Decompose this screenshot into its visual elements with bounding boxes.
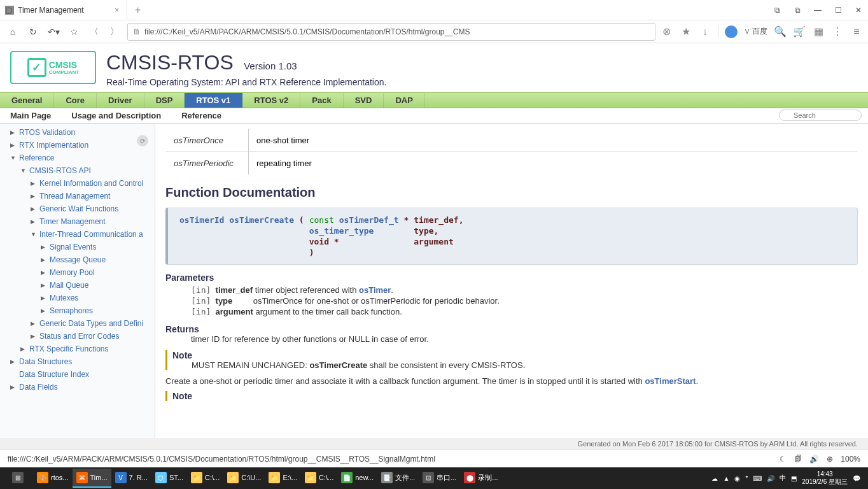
tab-dsp[interactable]: DSP — [144, 93, 185, 108]
tray-bt-icon[interactable]: * — [745, 475, 748, 482]
sidebar-data-structures[interactable]: ▶Data Structures — [0, 355, 155, 368]
tray-misc-icon[interactable]: ⬒ — [791, 475, 797, 482]
translate-icon[interactable]: ⊗ — [661, 25, 673, 38]
minimize-icon[interactable]: — — [808, 6, 827, 15]
sidebar-ds-index[interactable]: Data Structure Index — [0, 368, 155, 381]
search-input[interactable] — [779, 110, 862, 121]
sidebar-status-codes[interactable]: ▶Status and Error Codes — [0, 330, 155, 343]
sidebar-rtos-validation[interactable]: ▶RTOS Validation — [0, 126, 155, 139]
download-status-icon[interactable]: ⊕ — [827, 455, 833, 464]
task-new[interactable]: 📄new... — [337, 469, 377, 488]
page-header: ✓ CMSIS COMPLIANT CMSIS-RTOS Version 1.0… — [0, 43, 868, 92]
task-st[interactable]: ⬡ST... — [151, 469, 187, 488]
sidebar-kernel[interactable]: ▶Kernel Information and Control — [0, 177, 155, 190]
task-cu[interactable]: 📁C:\U... — [223, 469, 265, 488]
sidebar-rtx-functions[interactable]: ▶RTX Specific Functions — [0, 343, 155, 355]
win-restore-icon[interactable]: ⧉ — [788, 6, 807, 15]
tab-pack[interactable]: Pack — [300, 93, 343, 108]
task-c2[interactable]: 📁C:\... — [301, 469, 337, 488]
bookmark-icon[interactable]: ★ — [680, 25, 692, 38]
more-icon[interactable]: ⋮ — [831, 25, 844, 38]
win-group-icon[interactable]: ⧉ — [767, 6, 787, 15]
sync-icon[interactable]: ⟳ — [137, 135, 148, 146]
ostimerstart-link[interactable]: osTimerStart — [645, 376, 696, 386]
close-icon[interactable]: ✕ — [849, 6, 868, 15]
tab-rtos-v1[interactable]: RTOS v1 — [185, 93, 242, 108]
moon-icon[interactable]: ☾ — [780, 455, 787, 464]
tray-kb-icon[interactable]: ⌨ — [753, 475, 762, 482]
tray-cloud-icon[interactable]: ☁ — [711, 475, 718, 482]
tray-net-icon[interactable]: ◉ — [734, 475, 740, 482]
description-text: Create a one-shot or periodic timer and … — [165, 376, 858, 386]
task-timer[interactable]: ⌘Tim... — [73, 469, 111, 488]
menu-icon[interactable]: ≡ — [850, 25, 863, 38]
tab-dap[interactable]: DAP — [384, 93, 424, 108]
tab-core[interactable]: Core — [54, 93, 97, 108]
sidebar-thread[interactable]: ▶Thread Management — [0, 190, 155, 202]
tab-driver[interactable]: Driver — [97, 93, 144, 108]
task-7r[interactable]: V7. R... — [111, 469, 151, 488]
browser-tab-strip: ▢ Timer Management × + ⧉ ⧉ — ☐ ✕ — [0, 0, 868, 20]
sidebar-data-fields[interactable]: ▶Data Fields — [0, 381, 155, 393]
search-engine-label[interactable]: ∨ 百度 — [744, 26, 767, 37]
sidebar-generic-data[interactable]: ▶Generic Data Types and Defini — [0, 317, 155, 330]
tray-clock[interactable]: 14:43 2019/2/6 星期三 — [802, 471, 848, 486]
task-rtos[interactable]: 🎨rtos... — [33, 469, 73, 488]
tagline: Real-Time Operating System: API and RTX … — [106, 77, 386, 87]
notes-icon[interactable]: 🗐 — [794, 455, 802, 464]
sidebar-wait[interactable]: ▶Generic Wait Functions — [0, 202, 155, 215]
sidebar-signal-events[interactable]: ▶Signal Events — [0, 241, 155, 253]
task-serial[interactable]: ⊡串口... — [419, 469, 460, 488]
maximize-icon[interactable]: ☐ — [829, 6, 848, 15]
sidebar-inter-thread[interactable]: ▼Inter-Thread Communication a — [0, 228, 155, 241]
undo-icon[interactable]: ↶▾ — [46, 24, 61, 39]
browser-tab[interactable]: ▢ Timer Management × — [0, 0, 127, 20]
star-icon[interactable]: ☆ — [66, 24, 81, 39]
sidebar-cmsis-api[interactable]: ▼CMSIS-RTOS API — [0, 164, 155, 177]
enum-desc: one-shot timer — [249, 129, 858, 152]
subnav-reference[interactable]: Reference — [171, 108, 232, 123]
ostimer-link[interactable]: osTimer — [359, 285, 391, 295]
back-icon[interactable]: 〈 — [87, 24, 102, 39]
grid-icon[interactable]: ▦ — [812, 25, 825, 38]
sidebar-mail-queue[interactable]: ▶Mail Queue — [0, 279, 155, 292]
task-e[interactable]: 📁E:\... — [265, 469, 301, 488]
zoom-level[interactable]: 100% — [841, 455, 860, 464]
task-record[interactable]: ⬤录制... — [460, 469, 501, 488]
sidebar-semaphores[interactable]: ▶Semaphores — [0, 304, 155, 317]
volume-icon[interactable]: 🔊 — [809, 455, 819, 464]
note-text: MUST REMAIN UNCHANGED: osTimerCreate sha… — [172, 360, 858, 370]
cmsis-logo: ✓ CMSIS COMPLIANT — [10, 51, 96, 84]
task-c1[interactable]: 📁C:\... — [187, 469, 223, 488]
cart-icon[interactable]: 🛒 — [793, 25, 806, 38]
address-bar[interactable]: 🗎 file:///C:/Keil_v5/ARM/PACK/ARM/CMSIS/… — [127, 23, 655, 41]
profile-icon[interactable] — [725, 25, 738, 38]
tray-ime-icon[interactable]: 中 — [780, 474, 786, 483]
sidebar-mutexes[interactable]: ▶Mutexes — [0, 292, 155, 304]
tray-up-icon[interactable]: ▲ — [723, 475, 729, 482]
download-icon[interactable]: ↓ — [699, 25, 711, 38]
reload-icon[interactable]: ↻ — [25, 24, 41, 39]
start-button[interactable]: ⊞ — [3, 469, 33, 488]
tray-vol-icon[interactable]: 🔊 — [767, 475, 774, 482]
subnav-main[interactable]: Main Page — [0, 108, 61, 123]
sidebar-message-queue[interactable]: ▶Message Queue — [0, 253, 155, 266]
tab-close-icon[interactable]: × — [112, 6, 122, 15]
tab-rtos-v2[interactable]: RTOS v2 — [242, 93, 300, 108]
forward-icon[interactable]: 〉 — [107, 24, 122, 39]
sidebar-reference[interactable]: ▼Reference — [0, 152, 155, 164]
sidebar-timer[interactable]: ▶Timer Management — [0, 215, 155, 228]
tab-general[interactable]: General — [0, 93, 54, 108]
new-tab-button[interactable]: + — [127, 4, 148, 16]
returns-section: Returns timer ID for reference by other … — [165, 324, 858, 344]
home-icon[interactable]: ⌂ — [5, 24, 20, 39]
task-file[interactable]: 📑文件... — [377, 469, 419, 488]
sidebar-memory-pool[interactable]: ▶Memory Pool — [0, 266, 155, 279]
system-tray[interactable]: ☁ ▲ ◉ * ⌨ 🔊 中 ⬒ 14:43 2019/2/6 星期三 💬 — [711, 471, 865, 486]
subnav-usage[interactable]: Usage and Description — [61, 108, 171, 123]
note-section: Note MUST REMAIN UNCHANGED: osTimerCreat… — [165, 350, 858, 370]
tray-notif-icon[interactable]: 💬 — [853, 475, 860, 482]
tab-svd[interactable]: SVD — [344, 93, 384, 108]
search-icon[interactable]: 🔍 — [774, 25, 787, 38]
sidebar-rtx-impl[interactable]: ▶RTX Implementation — [0, 139, 155, 152]
